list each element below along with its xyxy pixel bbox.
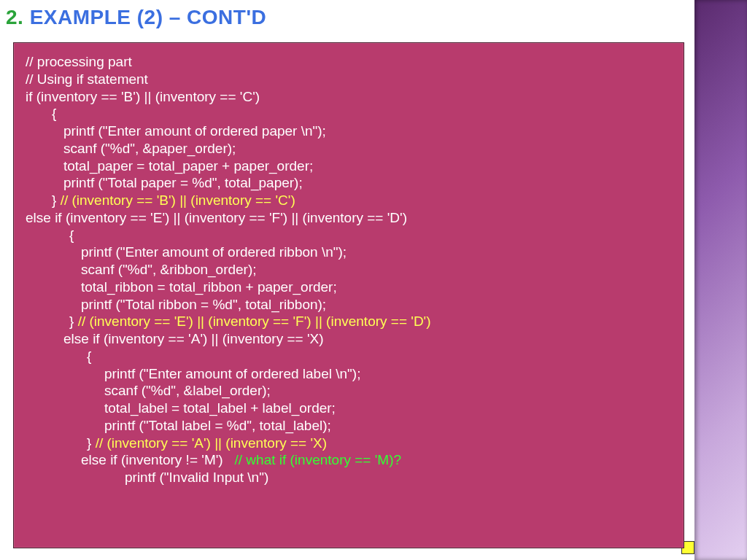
slide: 2. EXAMPLE (2) – CONT'D // processing pa… [0, 0, 747, 560]
code-line: printf ("Total ribbon = %d", total_ribbo… [26, 296, 672, 314]
code-line: total_ribbon = total_ribbon + paper_orde… [26, 279, 672, 296]
code-listing: // processing part// Using if statementi… [26, 53, 672, 486]
code-line: // Using if statement [26, 71, 672, 88]
code-line: else if (inventory != 'M') // what if (i… [26, 451, 672, 469]
code-line: printf ("Invalid Input \n") [26, 469, 672, 486]
code-comment: // what if (inventory == 'M)? [235, 452, 402, 467]
code-line: total_paper = total_paper + paper_order; [26, 158, 672, 175]
heading-number: 2. [6, 6, 23, 28]
code-comment: // (inventory == 'B') || (inventory == '… [61, 192, 295, 208]
code-line: } // (inventory == 'E') || (inventory ==… [26, 313, 672, 330]
code-line: { [26, 348, 672, 365]
code-line: scanf ("%d", &paper_order); [26, 140, 672, 158]
code-line: } // (inventory == 'B') || (inventory ==… [26, 192, 672, 209]
code-line: // processing part [26, 53, 672, 71]
code-line: else if (inventory == 'E') || (inventory… [26, 209, 672, 227]
code-line: printf ("Total paper = %d", total_paper)… [26, 174, 672, 192]
code-line: printf ("Enter amount of ordered paper \… [26, 122, 672, 140]
code-comment: // (inventory == 'A') || (inventory == '… [96, 435, 328, 451]
slide-heading: 2. EXAMPLE (2) – CONT'D [6, 6, 266, 29]
code-area: // processing part// Using if statementi… [13, 42, 684, 548]
code-line: scanf ("%d", &ribbon_order); [26, 261, 672, 279]
code-line: printf ("Enter amount of ordered label \… [26, 365, 672, 383]
code-line: scanf ("%d", &label_order); [26, 382, 672, 400]
code-line: total_label = total_label + label_order; [26, 400, 672, 417]
code-line: else if (inventory == 'A') || (inventory… [26, 330, 672, 348]
heading-title: EXAMPLE (2) – CONT'D [30, 6, 267, 28]
code-line: printf ("Enter amount of ordered ribbon … [26, 244, 672, 261]
code-line: printf ("Total label = %d", total_label)… [26, 417, 672, 435]
decorative-strip [694, 0, 747, 560]
code-line: } // (inventory == 'A') || (inventory ==… [26, 435, 672, 452]
code-line: if (inventory == 'B') || (inventory == '… [26, 88, 672, 106]
code-line: { [26, 105, 672, 122]
code-line: { [26, 227, 672, 244]
code-comment: // (inventory == 'E') || (inventory == '… [78, 314, 431, 329]
